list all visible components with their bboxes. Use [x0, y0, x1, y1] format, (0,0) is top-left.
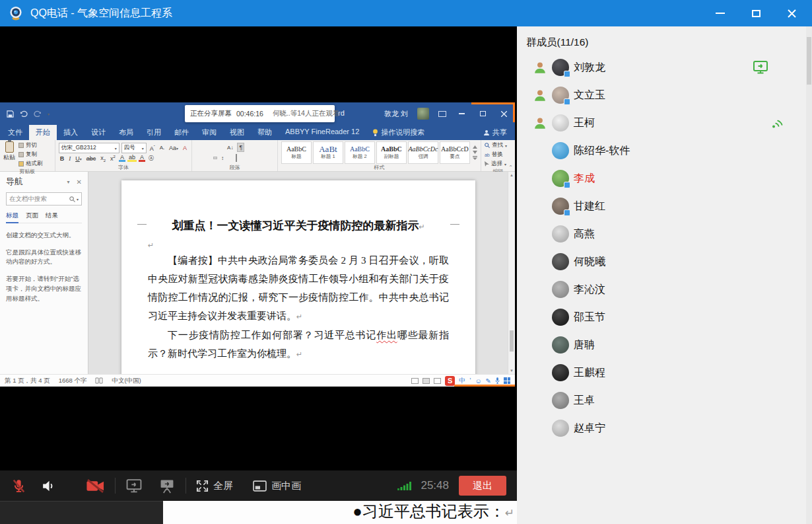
font-name-select[interactable]: 仿宋_GB2312▾	[59, 143, 119, 153]
tab-home[interactable]: 开始	[29, 125, 57, 140]
camera-off-button[interactable]	[86, 478, 105, 494]
member-row[interactable]: 甘建红	[517, 192, 812, 220]
decrease-indent-icon[interactable]	[213, 146, 217, 149]
member-row[interactable]: 李沁汶	[517, 276, 812, 303]
gallery-up-icon[interactable]	[473, 145, 477, 149]
shrink-font-icon[interactable]: Aˇ	[158, 145, 166, 152]
style-item[interactable]: AaBbC 标题	[281, 141, 312, 164]
word-restore-button[interactable]	[477, 111, 489, 116]
page-indicator[interactable]: 第 1 页，共 4 页	[5, 377, 50, 385]
sogou-toolbox-icon[interactable]	[504, 377, 510, 384]
speaker-button[interactable]	[40, 478, 57, 494]
undo-icon[interactable]	[20, 110, 28, 117]
style-item[interactable]: AaBbCcDc 强调	[408, 141, 438, 164]
underline-icon[interactable]: U▾	[74, 155, 83, 162]
tab-layout[interactable]: 布局	[112, 125, 140, 140]
word-minimize-button[interactable]	[456, 113, 467, 114]
member-row[interactable]: 李成	[517, 165, 812, 192]
scrollbar-thumb[interactable]	[510, 330, 514, 352]
pip-label[interactable]: 画中画	[271, 480, 301, 492]
style-item[interactable]: AaBbC 副标题	[376, 141, 407, 164]
sort-icon[interactable]: A↓	[225, 143, 235, 152]
enclose-char-icon[interactable]: Ⓐ	[147, 155, 155, 162]
increase-indent-icon[interactable]	[219, 146, 223, 149]
members-scrollbar[interactable]	[806, 26, 812, 524]
align-left-icon[interactable]	[195, 157, 199, 159]
find-button[interactable]: 查找▾	[485, 141, 512, 149]
member-row[interactable]: 邵玉节	[517, 303, 812, 331]
nav-tab-results[interactable]: 结果	[46, 211, 58, 220]
shading-icon[interactable]	[228, 157, 232, 159]
collapse-ribbon-icon[interactable]: ⌃	[508, 165, 513, 170]
language-indicator[interactable]: 中文(中国)	[112, 377, 141, 385]
member-row[interactable]: 陈绍华-软件	[517, 137, 812, 165]
bullets-icon[interactable]	[195, 146, 199, 149]
grow-font-icon[interactable]: Aˆ	[149, 145, 156, 152]
picture-in-picture-icon[interactable]	[253, 480, 267, 492]
nav-dropdown-icon[interactable]: ▾	[67, 179, 70, 185]
nav-tab-headings[interactable]: 标题	[6, 211, 18, 223]
line-spacing-icon[interactable]: ↕	[219, 154, 226, 163]
align-center-icon[interactable]	[201, 157, 205, 159]
account-avatar[interactable]	[417, 108, 429, 120]
minimize-button[interactable]	[712, 5, 729, 22]
presenter-mode-button[interactable]	[158, 478, 176, 494]
sogou-input-icon[interactable]: S	[445, 376, 455, 386]
chinese-mode-icon[interactable]: 中	[459, 376, 465, 385]
numbering-icon[interactable]	[201, 146, 205, 149]
align-right-icon[interactable]	[207, 157, 211, 159]
style-item[interactable]: AaBbCcD 要点	[440, 141, 470, 164]
screen-share-button[interactable]	[125, 478, 143, 494]
tab-view[interactable]: 视图	[223, 125, 251, 140]
gallery-down-icon[interactable]	[473, 151, 477, 154]
tell-me-search[interactable]: 操作说明搜索	[366, 125, 431, 140]
change-case-icon[interactable]: Aa▾	[168, 145, 180, 151]
tab-insert[interactable]: 插入	[57, 125, 85, 140]
member-row[interactable]: 唐聃	[517, 331, 812, 359]
font-size-select[interactable]: 四号▾	[121, 143, 147, 153]
strikethrough-icon[interactable]: abc	[85, 155, 98, 162]
gallery-more-icon[interactable]	[473, 156, 477, 160]
nav-tab-pages[interactable]: 页面	[26, 211, 38, 220]
member-row[interactable]: 高燕	[517, 220, 812, 248]
show-marks-icon[interactable]: ¶	[237, 143, 244, 152]
member-row[interactable]: 王卓	[517, 387, 812, 414]
select-button[interactable]: 选择▾	[485, 160, 512, 168]
word-count[interactable]: 1668 个字	[59, 377, 87, 385]
member-row[interactable]: 文立玉	[517, 81, 812, 109]
italic-icon[interactable]: I	[67, 155, 72, 162]
save-icon[interactable]	[7, 110, 14, 118]
proofing-icon[interactable]	[95, 377, 103, 384]
punctuation-icon[interactable]: ’	[469, 377, 471, 385]
justify-icon[interactable]	[213, 157, 217, 159]
member-row[interactable]: 刘敦龙	[517, 54, 812, 81]
document-scrollbar[interactable]: ▲ ▼	[508, 172, 515, 374]
web-layout-icon[interactable]	[434, 378, 441, 384]
font-color-icon[interactable]: A	[139, 155, 145, 162]
scrollbar-thumb[interactable]	[807, 37, 811, 85]
voice-input-icon[interactable]	[495, 377, 500, 385]
word-close-button[interactable]	[498, 111, 510, 117]
fullscreen-icon[interactable]	[196, 480, 209, 492]
screen-share-banner[interactable]: 正在分享屏幕 00:46:16 何晓..等14人正在观看	[185, 105, 335, 122]
document-area[interactable]: 划重点！一文读懂习近平关于疫情防控的最新指示↵ ↵ 【编者按】中共中央政治局常务…	[88, 172, 515, 374]
nav-close-icon[interactable]: ✕	[77, 178, 82, 186]
tab-abbyy[interactable]: ABBYY FineReader 12	[279, 125, 366, 140]
member-row[interactable]: 赵卓宁	[517, 414, 812, 442]
document-page[interactable]: 划重点！一文读懂习近平关于疫情防控的最新指示↵ ↵ 【编者按】中共中央政治局常务…	[121, 180, 475, 374]
subscript-icon[interactable]: x2	[99, 155, 107, 163]
tab-design[interactable]: 设计	[85, 125, 112, 140]
share-button[interactable]: 共享	[475, 125, 515, 140]
multilevel-list-icon[interactable]	[207, 146, 211, 149]
style-item[interactable]: AaBbC 标题 2	[345, 141, 375, 164]
superscript-icon[interactable]: x2	[109, 155, 117, 162]
emoji-icon[interactable]: ☺	[475, 377, 481, 385]
tab-file[interactable]: 文件	[1, 125, 29, 140]
tab-references[interactable]: 引用	[140, 125, 168, 140]
copy-button[interactable]: 复制	[18, 151, 43, 159]
borders-icon[interactable]	[234, 153, 239, 163]
bold-icon[interactable]: B	[59, 155, 66, 162]
quick-access-dropdown-icon[interactable]: ▾	[48, 112, 50, 116]
close-button[interactable]	[783, 5, 800, 22]
replace-button[interactable]: ab 替换	[485, 151, 512, 159]
